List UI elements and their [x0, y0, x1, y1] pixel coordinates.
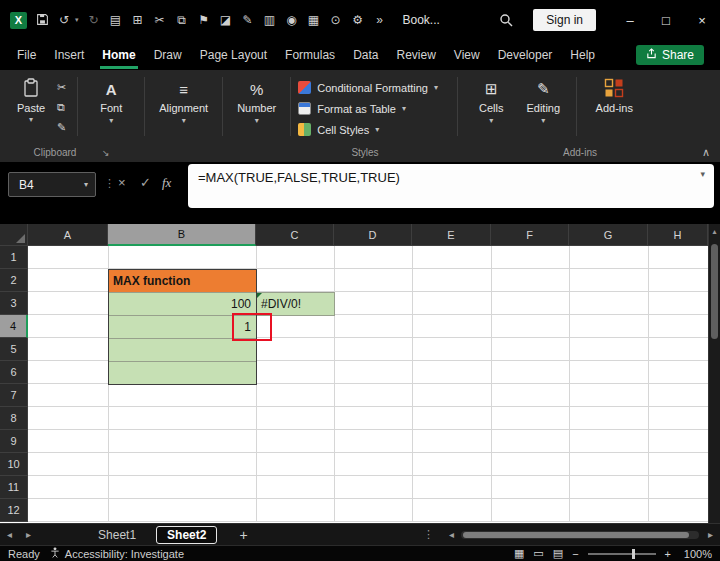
select-all-corner[interactable] [0, 224, 28, 246]
zoom-out-icon[interactable]: − [572, 548, 578, 560]
horizontal-scrollbar[interactable] [461, 531, 699, 539]
collapse-ribbon-icon[interactable]: ∧ [702, 146, 710, 159]
minimize-button[interactable]: – [612, 0, 648, 40]
tab-formulas[interactable]: Formulas [276, 41, 344, 69]
tab-developer[interactable]: Developer [489, 41, 562, 69]
undo-chevron-down-icon[interactable]: ▾ [75, 16, 79, 24]
number-group-button[interactable]: % Number ▾ [230, 73, 283, 140]
sheet-nav-left-icon[interactable]: ◂ [0, 529, 19, 540]
cell-B6[interactable] [108, 361, 257, 385]
formula-input[interactable]: =MAX(TRUE,FALSE,TRUE,TRUE) ▾ [188, 164, 714, 208]
print-icon[interactable]: ▦ [307, 14, 321, 26]
row-header-11[interactable]: 11 [0, 476, 28, 499]
zoom-slider-thumb[interactable] [632, 549, 635, 559]
close-button[interactable]: × [684, 0, 720, 40]
redo-icon[interactable]: ↻ [87, 14, 101, 26]
tab-draw[interactable]: Draw [145, 41, 191, 69]
document-icon[interactable]: ▥ [263, 14, 277, 26]
chart-icon[interactable]: ◪ [219, 14, 233, 26]
enter-entry-icon[interactable]: ✓ [140, 175, 151, 190]
cells-group-button[interactable]: ⊞ Cells ▾ [465, 73, 517, 140]
paste-chevron-down-icon[interactable]: ▾ [29, 116, 33, 124]
search-icon[interactable] [491, 13, 521, 27]
clipboard-icon[interactable]: ▤ [109, 14, 123, 26]
name-box[interactable]: B4 ▾ [8, 172, 96, 197]
column-header-c[interactable]: C [256, 224, 334, 246]
format-as-table-button[interactable]: Format as Table ▾ [298, 102, 450, 115]
share-button[interactable]: Share [636, 45, 704, 65]
qat-overflow-icon[interactable]: » [373, 14, 387, 26]
cell-B3[interactable]: 100 [108, 292, 257, 316]
save-icon[interactable] [35, 13, 49, 28]
row-header-2[interactable]: 2 [0, 269, 28, 292]
grid-body[interactable]: MAX function 100 #DIV/0! 1 [28, 246, 708, 522]
sheet-nav-right-icon[interactable]: ▸ [19, 529, 38, 540]
sign-in-button[interactable]: Sign in [533, 9, 596, 31]
insert-function-icon[interactable]: fx [162, 175, 171, 191]
paste-button[interactable]: Paste ▾ [8, 73, 54, 140]
column-header-b[interactable]: B [108, 224, 256, 246]
undo-icon[interactable]: ↺ [57, 14, 71, 26]
camera-icon[interactable]: ◉ [285, 14, 299, 26]
sheet-tab-sheet2[interactable]: Sheet2 [156, 526, 217, 544]
row-header-1[interactable]: 1 [0, 246, 28, 269]
table-icon[interactable]: ⊞ [131, 14, 145, 26]
hscroll-left-icon[interactable]: ◂ [442, 529, 461, 540]
copy-icon[interactable]: ⧉ [175, 14, 189, 26]
draw-pencil-icon[interactable]: ✎ [241, 14, 255, 26]
normal-view-icon[interactable]: ▦ [514, 547, 524, 560]
zoom-level[interactable]: 100% [680, 548, 712, 560]
page-layout-view-icon[interactable]: ▭ [533, 547, 543, 560]
column-header-e[interactable]: E [412, 224, 491, 246]
accessibility-status[interactable]: Accessibility: Investigate [50, 547, 184, 560]
cell-B2[interactable]: MAX function [108, 269, 257, 293]
hscroll-right-icon[interactable]: ▸ [701, 529, 720, 540]
row-header-10[interactable]: 10 [0, 453, 28, 476]
cell-B5[interactable] [108, 338, 257, 362]
row-header-4[interactable]: 4 [0, 315, 28, 338]
column-header-a[interactable]: A [28, 224, 108, 246]
tab-view[interactable]: View [445, 41, 489, 69]
row-header-8[interactable]: 8 [0, 407, 28, 430]
column-header-h[interactable]: H [648, 224, 708, 246]
row-header-6[interactable]: 6 [0, 361, 28, 384]
horizontal-scroll-thumb[interactable] [463, 532, 689, 538]
cell-C3[interactable]: #DIV/0! [256, 292, 335, 316]
cancel-entry-icon[interactable]: × [118, 175, 126, 190]
row-header-7[interactable]: 7 [0, 384, 28, 407]
format-painter-icon[interactable]: ✎ [57, 121, 66, 134]
settings-gear-icon[interactable]: ⚙ [351, 14, 365, 26]
cell-B4[interactable]: 1 [108, 315, 257, 339]
name-box-chevron-icon[interactable]: ▾ [77, 180, 95, 189]
column-header-f[interactable]: F [491, 224, 569, 246]
column-header-d[interactable]: D [334, 224, 412, 246]
tab-home[interactable]: Home [93, 41, 144, 69]
tab-insert[interactable]: Insert [45, 41, 93, 69]
row-header-12[interactable]: 12 [0, 499, 28, 522]
copy-small-icon[interactable]: ⧉ [57, 101, 66, 114]
vertical-scroll-thumb[interactable] [711, 244, 718, 339]
clipboard-dialog-launcher-icon[interactable]: ↘ [102, 148, 110, 158]
row-header-9[interactable]: 9 [0, 430, 28, 453]
sheet-tab-sheet1[interactable]: Sheet1 [86, 526, 148, 544]
row-header-5[interactable]: 5 [0, 338, 28, 361]
formula-bar-expand-icon[interactable]: ▾ [700, 169, 705, 179]
conditional-formatting-button[interactable]: Conditional Formatting ▾ [298, 81, 450, 94]
column-header-g[interactable]: G [569, 224, 648, 246]
alignment-group-button[interactable]: ≡ Alignment ▾ [152, 73, 215, 140]
editing-group-button[interactable]: ✎ Editing ▾ [517, 73, 569, 140]
tab-review[interactable]: Review [387, 41, 444, 69]
cell-styles-button[interactable]: Cell Styles ▾ [298, 123, 450, 136]
new-sheet-button[interactable]: + [239, 527, 247, 543]
cut-icon[interactable]: ✂ [57, 81, 66, 94]
zoom-slider[interactable] [588, 553, 656, 555]
zoom-in-icon[interactable]: + [665, 548, 671, 560]
maximize-button[interactable]: □ [648, 0, 684, 40]
row-header-3[interactable]: 3 [0, 292, 28, 315]
scroll-up-icon[interactable]: ▴ [709, 227, 720, 236]
tab-help[interactable]: Help [561, 41, 604, 69]
page-break-view-icon[interactable]: ▤ [553, 547, 563, 560]
addins-button[interactable]: Add-ins [584, 73, 644, 140]
tab-data[interactable]: Data [344, 41, 387, 69]
scissors-icon[interactable]: ✂ [153, 14, 167, 26]
